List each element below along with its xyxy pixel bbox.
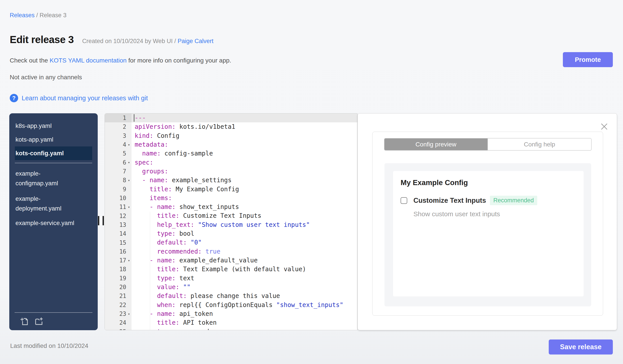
breadcrumb: Releases / Release 3 [10, 12, 67, 19]
editor-line-25[interactable]: 25 type: password [105, 327, 357, 330]
file-label: k8s-app.yaml [16, 122, 91, 130]
gutter-cell: 20 [105, 283, 132, 292]
add-folder-icon[interactable] [34, 316, 44, 326]
yaml-code-editor[interactable]: 1---2apiVersion: kots.io/v1beta13kind: C… [105, 113, 357, 330]
gutter-cell: 25 [105, 327, 132, 330]
code-text: help_text: "Show custom user text inputs… [132, 221, 357, 229]
text-cursor [134, 114, 134, 122]
editor-line-12[interactable]: 12 title: Customize Text Inputs [105, 211, 357, 220]
fold-arrow-icon[interactable]: ▾ [126, 178, 132, 182]
fold-arrow-icon[interactable]: ▾ [126, 312, 132, 316]
tab-config-help[interactable]: Config help [488, 139, 591, 150]
sidebar-file-k8s-app.yaml[interactable]: k8s-app.yaml [15, 119, 92, 133]
save-release-button[interactable]: Save release [549, 340, 613, 355]
line-number: 9 [105, 186, 126, 193]
promote-button[interactable]: Promote [563, 52, 613, 67]
editor-line-1[interactable]: 1--- [105, 114, 357, 122]
help-icon[interactable]: ? [10, 94, 18, 102]
editor-line-19[interactable]: 19 type: text [105, 274, 357, 283]
file-label: example-service.yaml [16, 219, 91, 227]
breadcrumb-releases-link[interactable]: Releases [10, 12, 35, 19]
code-text: kind: Config [132, 131, 357, 140]
fold-arrow-icon[interactable]: ▾ [126, 258, 132, 263]
editor-line-10[interactable]: 10 items: [105, 194, 357, 202]
editor-line-3[interactable]: 3kind: Config [105, 131, 357, 140]
editor-line-4[interactable]: 4▾metadata: [105, 140, 357, 149]
sidebar-file-kots-app.yaml[interactable]: kots-app.yaml [15, 133, 92, 146]
gutter-cell: 9 [105, 185, 132, 194]
doc-text-after: for more info on configuring your app. [127, 57, 231, 64]
sidebar-file-example-deployment.yaml[interactable]: example-deployment.yaml [15, 191, 92, 216]
fold-arrow-icon[interactable]: ▾ [126, 160, 132, 164]
gutter-cell: 11▾ [105, 202, 132, 211]
fold-arrow-icon[interactable]: ▾ [126, 143, 132, 147]
editor-line-14[interactable]: 14 type: bool [105, 229, 357, 238]
gutter-cell: 2 [105, 122, 132, 131]
sidebar-file-example-service.yaml[interactable]: example-service.yaml [15, 216, 92, 230]
editor-line-2[interactable]: 2apiVersion: kots.io/v1beta1 [105, 122, 357, 131]
editor-line-24[interactable]: 24 title: API token [105, 318, 357, 327]
line-number: 7 [105, 168, 126, 175]
close-icon[interactable] [601, 123, 608, 130]
editor-line-8[interactable]: 8▾ - name: example_settings [105, 176, 357, 185]
sidebar-file-kots-config.yaml[interactable]: kots-config.yaml [15, 146, 92, 160]
editor-line-9[interactable]: 9 title: My Example Config [105, 185, 357, 194]
config-tab-bar: Config previewConfig help [384, 138, 592, 151]
editor-line-6[interactable]: 6▾spec: [105, 158, 357, 167]
code-text: title: Text Example (with default value) [132, 265, 357, 274]
editor-line-23[interactable]: 23▾ - name: api_token [105, 309, 357, 318]
code-text: spec: [132, 158, 357, 167]
gutter-cell: 21 [105, 292, 132, 300]
created-text: Created on 10/10/2024 by Web UI / [82, 38, 178, 44]
line-number: 25 [105, 328, 126, 330]
code-text: title: My Example Config [132, 185, 357, 194]
customize-text-inputs-checkbox[interactable] [400, 197, 407, 204]
fold-arrow-icon[interactable]: ▾ [126, 205, 132, 209]
kots-yaml-doc-link[interactable]: KOTS YAML documentation [50, 57, 127, 64]
gutter-cell: 19 [105, 274, 132, 283]
tab-config-preview[interactable]: Config preview [384, 139, 488, 150]
editor-line-18[interactable]: 18 title: Text Example (with default val… [105, 265, 357, 274]
git-releases-help-link[interactable]: Learn about managing your releases with … [22, 95, 148, 102]
editor-line-16[interactable]: 16 recommended: true [105, 247, 357, 256]
line-number: 20 [105, 284, 126, 290]
created-by-link[interactable]: Paige Calvert [178, 38, 213, 44]
file-list-divider [15, 163, 92, 163]
editor-line-17[interactable]: 17▾ - name: example_default_value [105, 256, 357, 265]
file-label: kots-config.yaml [16, 149, 91, 157]
editor-line-11[interactable]: 11▾ - name: show_text_inputs [105, 202, 357, 211]
line-number: 17 [105, 257, 126, 264]
code-text: default: "0" [132, 238, 357, 247]
code-text: type: text [132, 274, 357, 283]
file-sidebar: k8s-app.yamlkots-app.yamlkots-config.yam… [9, 113, 98, 330]
gutter-cell: 15 [105, 238, 132, 247]
line-number: 12 [105, 213, 126, 219]
resize-bar [98, 216, 99, 225]
code-text: type: bool [132, 229, 357, 238]
editor-line-22[interactable]: 22 when: repl{{ ConfigOptionEquals "show… [105, 301, 357, 309]
page-title: Edit release 3 [10, 34, 74, 45]
file-list: k8s-app.yamlkots-app.yamlkots-config.yam… [9, 113, 98, 230]
sidebar-file-example-configmap.yaml[interactable]: example-configmap.yaml [15, 166, 92, 191]
line-number: 1 [105, 115, 126, 121]
breadcrumb-separator: / [35, 12, 40, 19]
gutter-cell: 22 [105, 301, 132, 309]
editor-line-20[interactable]: 20 value: "" [105, 283, 357, 292]
line-number: 5 [105, 150, 126, 157]
editor-line-15[interactable]: 15 default: "0" [105, 238, 357, 247]
gutter-cell: 18 [105, 265, 132, 274]
editor-resize-handle-left[interactable] [98, 216, 104, 225]
code-text: - name: example_default_value [132, 256, 357, 265]
recommended-badge: Recommended [490, 196, 537, 205]
editor-line-21[interactable]: 21 default: please change this value [105, 292, 357, 300]
add-file-icon[interactable] [20, 316, 30, 326]
config-preview-area: My Example Config Customize Text Inputs … [384, 163, 591, 306]
code-text: groups: [132, 167, 357, 176]
gutter-cell: 3 [105, 131, 132, 140]
line-number: 19 [105, 275, 126, 282]
editor-line-7[interactable]: 7 groups: [105, 167, 357, 176]
line-number: 4 [105, 141, 126, 148]
code-text: metadata: [132, 140, 357, 149]
editor-line-5[interactable]: 5 name: config-sample [105, 149, 357, 158]
editor-line-13[interactable]: 13 help_text: "Show custom user text inp… [105, 221, 357, 229]
